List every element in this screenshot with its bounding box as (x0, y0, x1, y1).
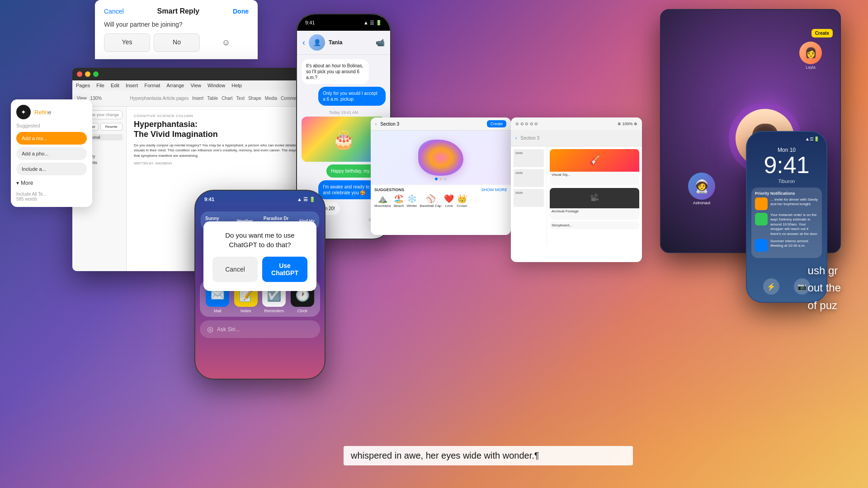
status-time: 9:41 (305, 20, 315, 25)
freeform-canvas[interactable] (371, 131, 511, 185)
dot-indicator (435, 176, 447, 182)
chip-winter[interactable]: ❄️Winter (407, 194, 417, 208)
window-menubar: Pages File Edit Insert Format Arrange Vi… (72, 80, 307, 90)
notif-text-2: Your Instacart order is on the way! Deli… (770, 213, 818, 236)
ai-suggestion-add-map[interactable]: Add a ma... (16, 132, 87, 145)
keynote-back[interactable]: ‹ (515, 136, 517, 141)
right-text-panel: ush gr out the of puz (808, 262, 841, 314)
doc-category: COGNITIVE SCIENCE COLUMN (134, 114, 300, 118)
keynote-toolbar: ‹ Section 3 (511, 130, 642, 146)
chip-beach[interactable]: 🏖️Beach (394, 194, 404, 208)
slide-thumb-3[interactable]: slide (514, 189, 544, 207)
chip-crown[interactable]: 👑Crown (457, 194, 467, 208)
right-text-line3: of puz (808, 297, 841, 314)
bottom-text: whispered in awe, her eyes wide with won… (351, 450, 626, 461)
archival-image: 📽 (550, 188, 639, 208)
suggestion-chips: ⛰️Mountains 🏖️Beach ❄️Winter ⚾Baseball C… (374, 194, 507, 208)
contact-avatar: 👤 (309, 34, 325, 51)
ipad-user-avatar: 👩 Layla (799, 42, 822, 70)
keynote-sidebar: slide slide slide (511, 146, 547, 246)
freeform-create-button[interactable]: Create (487, 120, 506, 127)
menu-help[interactable]: Help (231, 83, 242, 88)
findmy-place: Paradise Dr (264, 216, 289, 221)
notif-item-2: Your Instacart order is on the way! Deli… (755, 213, 818, 236)
smart-reply-done-button[interactable]: Done (233, 8, 249, 15)
rewrite-button[interactable]: Rewrite (100, 123, 123, 131)
ai-suggestion-include[interactable]: Include a... (16, 163, 87, 175)
menu-view[interactable]: View (190, 83, 201, 88)
notif-icon-1 (755, 197, 768, 210)
user-avatar-img: 👩 (799, 42, 822, 64)
user-label: Layla (799, 65, 822, 70)
lock-icons: ▲☰🔋 (805, 136, 819, 141)
smart-reply-question: Will your partner be joining? (104, 21, 249, 28)
visual-style-card: 🎸 Visual Sty... (550, 149, 639, 185)
chatgpt-popup-text: Do you want me to use ChatGPT to do that… (212, 230, 307, 249)
freeform-section: Section 3 (380, 122, 399, 127)
chip-love[interactable]: ❤️Love (444, 194, 454, 208)
smart-reply-emoji-button[interactable]: ☺ (203, 33, 249, 52)
ai-suggestion-add-photo[interactable]: Add a pho... (16, 147, 87, 160)
smart-reply-cancel-button[interactable]: Cancel (104, 8, 124, 15)
menu-pages[interactable]: Pages (76, 83, 90, 88)
archival-card: 📽 Archival Footage (550, 188, 639, 220)
maximize-button[interactable] (93, 71, 99, 77)
menu-file[interactable]: File (96, 83, 104, 88)
siri-input[interactable]: Ask Siri... (217, 326, 240, 333)
freeform-back[interactable]: ‹ (375, 122, 377, 127)
toolbar-table[interactable]: Table (207, 96, 218, 101)
toolbar-chart[interactable]: Chart (222, 96, 232, 101)
home-status-icons: ▲ ☰ 🔋 (297, 197, 316, 202)
brain-visualization (418, 140, 463, 176)
toolbar-text[interactable]: Text (236, 96, 245, 101)
keynote-status: ⊙ ⊙ ⊙ ⊙ ⊙ ⊕ 100% ⊕ (511, 117, 642, 130)
lock-flashlight-button[interactable]: ⚡ (763, 278, 779, 295)
keynote-icons-left: ⊙ ⊙ ⊙ ⊙ ⊙ (515, 122, 538, 126)
toolbar-media[interactable]: Media (265, 96, 277, 101)
chip-baseball[interactable]: ⚾Baseball Cap (420, 194, 442, 208)
lock-notifications: Priority Notifications ... invite for di… (751, 188, 822, 258)
ai-more-button[interactable]: ▾ More (16, 178, 33, 188)
menu-insert[interactable]: Insert (126, 83, 138, 88)
menu-edit[interactable]: Edit (111, 83, 119, 88)
ipad-keynote: ⊙ ⊙ ⊙ ⊙ ⊙ ⊕ 100% ⊕ ‹ Section 3 slide sli… (511, 117, 642, 262)
slide-thumb-1[interactable]: slide (514, 149, 544, 167)
notif-text-1: ... invite for dinner with Sandy and her… (770, 197, 818, 210)
smart-reply-yes-button[interactable]: Yes (104, 33, 150, 52)
slide-thumb-2[interactable]: slide (514, 169, 544, 187)
message-timestamp: Today 19:41 AM (302, 110, 386, 115)
video-call-button[interactable]: 📹 (376, 38, 385, 47)
clock-label: Clock (297, 309, 307, 313)
smart-reply-no-button[interactable]: No (154, 33, 200, 52)
chip-mountains[interactable]: ⛰️Mountains (374, 194, 391, 208)
ipad-astronaut: 🧑‍🚀 Astronaut (688, 173, 715, 205)
toolbar-insert[interactable]: Insert (192, 96, 203, 101)
minimize-button[interactable] (85, 71, 90, 77)
lock-location: Tiburon (747, 178, 826, 184)
chatgpt-use-button[interactable]: Use ChatGPT (262, 257, 307, 282)
mail-label: Mail (214, 309, 222, 313)
ipad-create-button[interactable]: Create (811, 29, 833, 38)
ipad-freeform: ‹ Section 3 Create SUGGESTIONS SHOW MORE… (371, 117, 511, 235)
show-more-button[interactable]: SHOW MORE (481, 188, 508, 192)
suggestions-label: SUGGESTIONS (374, 188, 404, 192)
freeform-toolbar: ‹ Section 3 Create (371, 117, 511, 131)
chatgpt-popup-buttons: Cancel Use ChatGPT (212, 257, 307, 282)
menu-window[interactable]: Window (208, 83, 225, 88)
doc-body: Do you easily conjure up mental imagery?… (134, 143, 300, 158)
keynote-icons-right: ⊕ 100% ⊕ (618, 122, 637, 126)
menu-arrange[interactable]: Arrange (166, 83, 184, 88)
siri-bar[interactable]: ◎ Ask Siri... (200, 320, 320, 338)
toolbar-shape[interactable]: Shape (248, 96, 261, 101)
home-time: 9:41 (204, 197, 214, 202)
vsc-image: 🎸 (550, 149, 639, 172)
right-text-line2: out the (808, 279, 841, 296)
archival-label: Archival Footage (550, 208, 639, 214)
reminders-label: Reminders (264, 309, 284, 313)
menu-format[interactable]: Format (144, 83, 160, 88)
close-button[interactable] (77, 71, 82, 77)
back-button[interactable]: ‹ (302, 38, 305, 47)
chatgpt-cancel-button[interactable]: Cancel (212, 257, 258, 282)
notes-label: Notes (241, 309, 251, 313)
iphone-notch: 9:41 ▲ ☰ 🔋 (297, 14, 390, 31)
